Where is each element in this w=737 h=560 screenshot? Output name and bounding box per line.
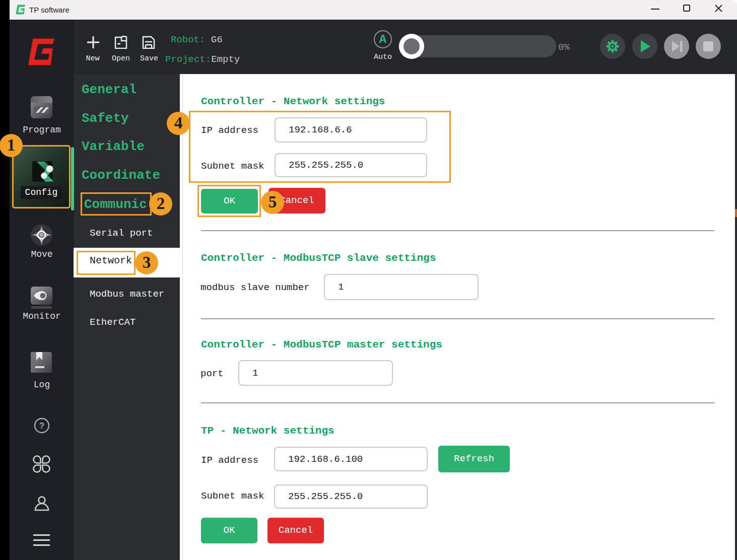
svg-text:?: ? [39, 421, 44, 431]
